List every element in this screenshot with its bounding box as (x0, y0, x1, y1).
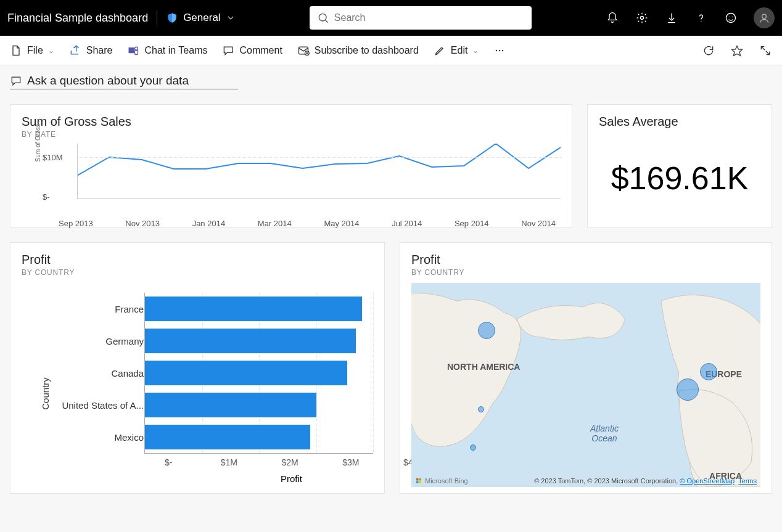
map-bubble-mexico[interactable] (470, 444, 476, 451)
gear-icon (636, 12, 648, 24)
svg-point-7 (732, 17, 733, 17)
subscribe-label: Subscribe to dashboard (315, 45, 419, 56)
tile-sales-average[interactable]: Sales Average $169.61K (587, 104, 772, 227)
download-button[interactable] (665, 11, 678, 25)
x-tick: $1M (221, 457, 237, 467)
feedback-button[interactable] (724, 11, 738, 25)
header-bar: Financial Sample dashboard General (0, 0, 782, 36)
y-tick: $- (43, 192, 50, 202)
qna-placeholder: Ask a question about your data (27, 74, 189, 88)
tile-gross-sales-line[interactable]: Sum of Gross Sales BY DATE Sum of Gross … (10, 104, 572, 227)
kpi-value: $169.61K (599, 160, 760, 197)
more-button[interactable] (493, 44, 506, 57)
x-tick: $2M (282, 457, 298, 467)
bar-label: Canada (40, 368, 151, 379)
settings-button[interactable] (635, 11, 649, 25)
map-bubble-usa[interactable] (478, 406, 484, 412)
tile-subtitle: BY DATE (22, 130, 561, 139)
bar-label: Germany (40, 336, 151, 346)
star-icon (731, 44, 743, 57)
svg-point-5 (726, 14, 736, 23)
y-axis-label: Sum of Gross ... (35, 117, 41, 162)
edit-menu[interactable]: Edit ⌄ (434, 44, 479, 57)
search-input[interactable] (334, 12, 524, 23)
tile-title: Profit (22, 253, 373, 267)
notifications-button[interactable] (606, 11, 619, 25)
search-icon (317, 12, 329, 24)
svg-point-18 (502, 49, 504, 51)
bar-label: United States of A... (40, 400, 151, 411)
tile-title: Profit (411, 253, 760, 267)
svg-rect-26 (419, 481, 422, 484)
svg-marker-19 (732, 46, 743, 55)
x-axis: Sep 2013 Nov 2013 Jan 2014 Mar 2014 May … (59, 219, 556, 228)
sensitivity-label[interactable]: General (166, 12, 235, 24)
line-chart (77, 144, 561, 199)
refresh-button[interactable] (702, 44, 715, 57)
svg-point-11 (135, 47, 138, 50)
map-bubble-germany[interactable] (700, 363, 717, 380)
teams-icon: T (127, 44, 139, 57)
tile-subtitle: BY COUNTRY (411, 268, 760, 277)
favorite-button[interactable] (730, 44, 744, 57)
shield-icon (166, 12, 178, 24)
chevron-down-icon: ⌄ (48, 46, 54, 55)
svg-line-20 (761, 46, 765, 50)
bar-label: France (40, 304, 151, 314)
tile-profit-map[interactable]: Profit BY COUNTRY NORTH AMERICA EUROPE A… (400, 242, 772, 494)
x-axis-label: Profit (170, 473, 413, 484)
svg-line-21 (766, 51, 770, 54)
osm-link[interactable]: © OpenStreetMap (680, 477, 735, 485)
tile-profit-bar[interactable]: Profit BY COUNTRY Country Franc (10, 242, 385, 494)
pencil-icon (434, 44, 446, 57)
share-icon (69, 44, 81, 57)
file-menu[interactable]: File ⌄ (10, 44, 54, 57)
map-bubble-canada[interactable] (478, 322, 495, 339)
page-title: Financial Sample dashboard (7, 12, 148, 25)
comment-icon (10, 75, 22, 87)
fullscreen-button[interactable] (759, 44, 772, 57)
svg-rect-25 (416, 481, 419, 484)
x-tick: Sep 2014 (455, 219, 489, 228)
svg-text:T: T (131, 48, 133, 52)
x-tick: $- (165, 457, 172, 467)
continent-label: NORTH AMERICA (447, 362, 520, 372)
file-icon (10, 44, 22, 57)
refresh-icon (702, 44, 715, 57)
edit-label: Edit (451, 45, 468, 56)
ocean-label: AtlanticOcean (590, 424, 619, 443)
person-icon (758, 12, 770, 24)
qna-input[interactable]: Ask a question about your data (10, 74, 238, 89)
chat-label: Chat in Teams (144, 45, 207, 56)
subscribe-button[interactable]: Subscribe to dashboard (297, 44, 419, 57)
x-tick: Nov 2013 (125, 219, 160, 228)
map-visual[interactable]: NORTH AMERICA EUROPE AFRICA AtlanticOcea… (411, 283, 760, 487)
smiley-icon (725, 12, 737, 24)
x-axis: $- $1M $2M $3M $4M (170, 457, 413, 467)
comment-button[interactable]: Comment (222, 44, 282, 57)
chevron-down-icon: ⌄ (472, 46, 479, 55)
help-button[interactable] (694, 11, 708, 25)
x-tick: Nov 2014 (521, 219, 556, 228)
svg-line-1 (326, 20, 328, 23)
fullscreen-icon (759, 44, 772, 57)
subscribe-icon (297, 44, 310, 57)
svg-point-4 (701, 21, 701, 22)
svg-point-2 (641, 17, 644, 20)
share-button[interactable]: Share (69, 44, 113, 57)
svg-rect-24 (419, 478, 422, 481)
bar-chart (144, 293, 373, 454)
x-tick: Sep 2013 (59, 219, 93, 228)
file-label: File (27, 45, 43, 56)
chevron-down-icon (226, 13, 236, 23)
svg-point-17 (499, 49, 501, 51)
map-attribution: Microsoft Bing © 2023 TomTom, © 2023 Mic… (411, 475, 760, 487)
download-icon (665, 12, 678, 24)
chat-teams-button[interactable]: T Chat in Teams (127, 44, 207, 57)
search-box[interactable] (310, 6, 532, 30)
svg-point-8 (762, 14, 767, 18)
map-bubble-france[interactable] (677, 379, 699, 401)
terms-link[interactable]: Terms (738, 477, 757, 485)
account-button[interactable] (754, 7, 775, 28)
svg-rect-23 (416, 478, 419, 481)
